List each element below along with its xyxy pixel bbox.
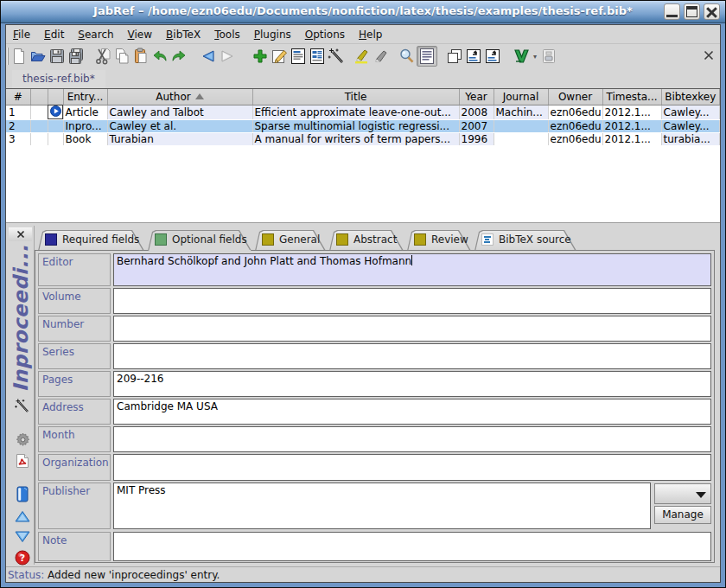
field-row-organization: Organization [38,454,711,481]
unmark-entries-button[interactable] [371,46,390,67]
cell-number: 2 [6,119,30,132]
import-into-new-database-button[interactable] [464,46,483,67]
menu-search[interactable]: Search [71,27,120,42]
close-button[interactable] [704,3,720,20]
menu-view[interactable]: View [121,27,159,42]
table-row[interactable]: 3 Book Turabian A manual for writers of … [6,132,720,145]
toggle-preview-button[interactable] [289,46,308,67]
column-header-author[interactable]: Author [107,89,252,105]
field-row-note: Note [38,532,711,561]
toolbar: ▾ [6,44,720,68]
field-input-month[interactable] [113,426,711,452]
status-label: Status: [8,569,44,581]
open-database-button[interactable] [29,46,48,67]
column-header-icon2[interactable] [48,89,63,105]
manage-journal-abbreviations-button[interactable]: Manage [654,506,711,524]
field-row-pages: Pages 209--216 [38,371,711,397]
table-row-selected[interactable]: 2 Inpro... Cawley et al. Sparse multinom… [6,119,720,132]
menu-file[interactable]: File [6,27,37,42]
column-header-year[interactable]: Year [459,89,494,105]
jabref-window: JabRef – /home/ezn06edu/Documents/nonfic… [0,0,726,588]
abstract-tab-icon [336,233,348,246]
write-xmp-button[interactable] [7,453,34,469]
field-input-publisher[interactable]: MIT Press [113,483,651,529]
import-into-current-database-button[interactable] [483,46,502,67]
redo-icon [170,48,188,65]
mark-entries-button[interactable] [352,46,371,67]
cell-url-icon[interactable] [48,105,63,119]
menu-plugins[interactable]: Plugins [247,27,298,42]
tab-required-fields[interactable]: Required fields [38,230,146,251]
edit-entry-button[interactable] [270,46,289,67]
field-input-note[interactable] [113,532,711,561]
redo-button[interactable] [169,46,188,67]
column-header-title[interactable]: Title [252,89,459,105]
toggle-groups-button[interactable] [417,46,437,67]
help-button[interactable]: ? [7,550,34,566]
tab-review[interactable]: Review [407,230,473,251]
field-input-pages[interactable]: 209--216 [113,371,711,397]
menu-options[interactable]: Options [298,27,352,42]
push-to-application-button[interactable] [512,46,531,67]
new-entry-button[interactable] [251,46,270,67]
entry-editor-tabs: Required fields Optional fields General … [35,230,718,251]
field-input-number[interactable] [113,316,711,342]
back-button[interactable] [199,46,218,67]
database-tab[interactable]: thesis-ref.bib* [12,70,105,88]
open-file-blue-button[interactable] [7,486,34,502]
save-all-button[interactable] [67,46,86,67]
generate-key-button[interactable] [7,399,34,414]
field-label-number: Number [38,316,111,342]
edit-strings-button[interactable] [308,46,327,67]
publisher-journal-combobox[interactable] [654,483,711,504]
tab-bibtex-source[interactable]: BibTeX source [474,230,578,251]
entry-settings-button[interactable] [7,432,34,447]
column-header-bibtexkey[interactable]: Bibtexkey [661,89,720,105]
title-bar[interactable]: JabRef – /home/ezn06edu/Documents/nonfic… [1,1,725,23]
blue-book-icon [16,486,29,502]
next-entry-button[interactable] [7,530,34,543]
tab-optional-fields[interactable]: Optional fields [148,230,253,251]
toolbar-close-button[interactable] [701,48,716,63]
new-database-button[interactable] [10,46,29,67]
open-file-button[interactable] [539,46,558,67]
cell-timestamp: 2012.1... [602,105,661,119]
field-input-address[interactable]: Cambridge MA USA [113,399,711,425]
menu-bibtex[interactable]: BibTeX [159,27,207,42]
tab-abstract[interactable]: Abstract [329,230,405,251]
minimize-button[interactable] [664,3,680,20]
column-header-entrytype[interactable]: Entry... [63,89,107,105]
column-header-number[interactable]: # [6,89,30,105]
search-button[interactable] [398,46,417,67]
push-to-application-dropdown[interactable]: ▾ [531,46,539,67]
field-input-series[interactable] [113,343,711,369]
column-header-icon1[interactable] [30,89,48,105]
cell-owner: ezn06edu [548,132,602,145]
field-input-volume[interactable] [113,288,711,314]
cell-number: 3 [6,132,30,145]
tab-general[interactable]: General [255,230,328,251]
new-from-plain-text-button[interactable] [445,46,464,67]
paste-button[interactable] [131,46,150,67]
save-database-button[interactable] [48,46,67,67]
menu-tools[interactable]: Tools [207,27,247,42]
cut-button[interactable] [93,46,112,67]
menu-edit[interactable]: Edit [37,27,71,42]
field-input-editor[interactable]: Bernhard Schölkopf and John Platt and Th… [113,253,711,286]
menu-help[interactable]: Help [352,27,389,42]
forward-button[interactable] [218,46,237,67]
previous-entry-button[interactable] [7,510,34,523]
toolbar-grip[interactable] [7,48,9,65]
maximize-button[interactable] [684,3,700,20]
column-header-owner[interactable]: Owner [548,89,602,105]
field-input-organization[interactable] [113,454,711,481]
generate-key-wand-icon [15,399,30,414]
cleanup-entries-button[interactable] [327,46,346,67]
table-row[interactable]: 1 Article Cawley and Talbot Efficient ap… [6,105,720,119]
copy-button[interactable] [112,46,131,67]
column-header-timestamp[interactable]: Timesta... [602,89,661,105]
undo-button[interactable] [150,46,169,67]
column-header-journal[interactable]: Journal [494,89,548,105]
save-database-icon [48,48,66,65]
toolbar-separator [346,46,352,67]
